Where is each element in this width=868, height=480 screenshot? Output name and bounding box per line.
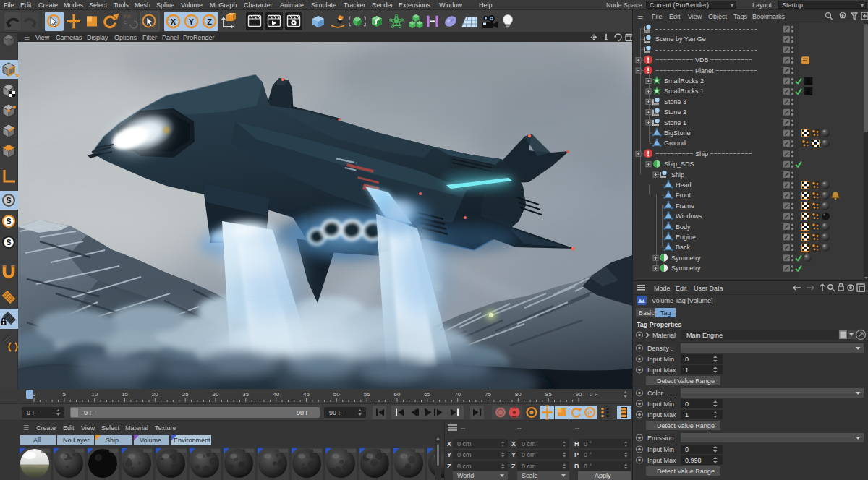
svg-text:H: H [574, 440, 579, 447]
svg-text:SmallRocks 1: SmallRocks 1 [664, 87, 704, 95]
svg-text:0 cm: 0 cm [457, 451, 472, 458]
svg-text:Body: Body [676, 223, 691, 231]
svg-text:70: 70 [454, 391, 461, 398]
svg-text:Ship: Ship [671, 171, 684, 179]
svg-text:Mode: Mode [654, 285, 671, 292]
svg-text:0 F: 0 F [84, 409, 94, 416]
svg-text:User Data: User Data [694, 285, 723, 292]
svg-text:Symmetry: Symmetry [671, 265, 701, 272]
svg-text:5: 5 [63, 391, 67, 398]
svg-text:Edit: Edit [676, 285, 687, 292]
svg-text:--: -- [575, 424, 579, 432]
svg-text:Apply: Apply [595, 472, 611, 479]
svg-text:0.998: 0.998 [685, 457, 702, 464]
svg-text:0: 0 [685, 400, 689, 408]
svg-text:Head: Head [676, 181, 692, 189]
svg-text:========== VDB ===========: ========== VDB =========== [655, 56, 752, 64]
svg-text:Stone 3: Stone 3 [664, 98, 686, 106]
svg-text:1: 1 [685, 367, 689, 374]
svg-text:0 °: 0 ° [584, 463, 592, 470]
svg-text:Stone 1: Stone 1 [664, 119, 686, 127]
svg-text:X: X [511, 440, 516, 447]
svg-text:Input Min: Input Min [647, 446, 674, 453]
svg-text:Detect Value Range: Detect Value Range [657, 422, 715, 429]
svg-text:0 °: 0 ° [584, 451, 592, 458]
svg-text:Input Min: Input Min [647, 400, 674, 408]
svg-text:60: 60 [394, 391, 401, 398]
svg-text:========== Planet ===========: ========== Planet =========== [655, 67, 757, 74]
svg-text:Scene by Yan Ge: Scene by Yan Ge [655, 35, 706, 43]
svg-text:Volume Tag [Volume]: Volume Tag [Volume] [652, 297, 712, 304]
svg-text:P: P [588, 409, 592, 416]
svg-text:========== Ship ===========: ========== Ship =========== [655, 150, 752, 158]
svg-text:Z: Z [447, 463, 451, 470]
svg-text:0 F: 0 F [27, 409, 37, 416]
svg-text:Z: Z [207, 17, 212, 26]
svg-text:No Layer: No Layer [63, 437, 90, 444]
svg-text:Scale: Scale [522, 472, 538, 479]
svg-text:Material: Material [652, 332, 676, 339]
svg-text:0: 0 [685, 446, 689, 453]
svg-text:- - - - - - - - - - - - - - -: - - - - - - - - - - - - - - - - - - - - … [655, 25, 757, 33]
svg-text:Symmetry: Symmetry [671, 254, 701, 262]
svg-text:Back: Back [676, 244, 691, 251]
svg-text:Ground: Ground [664, 140, 686, 147]
svg-text:0 cm: 0 cm [457, 440, 472, 447]
svg-text:--: -- [517, 424, 522, 432]
svg-text:25: 25 [182, 391, 189, 398]
svg-text:40: 40 [273, 391, 279, 398]
svg-text:50: 50 [333, 391, 340, 398]
svg-text:90 F: 90 F [297, 409, 310, 416]
svg-text:0 cm: 0 cm [522, 463, 536, 470]
svg-text:20: 20 [152, 391, 158, 398]
svg-text:SmallRocks 2: SmallRocks 2 [664, 77, 704, 85]
svg-text:X: X [447, 440, 451, 447]
svg-text:35: 35 [242, 391, 249, 398]
svg-text:Ship: Ship [106, 437, 119, 444]
svg-text:85: 85 [545, 391, 552, 398]
svg-text:1: 1 [685, 411, 689, 419]
svg-text:S: S [7, 197, 12, 205]
svg-text:S: S [7, 239, 12, 247]
svg-text:0 cm: 0 cm [522, 451, 536, 458]
svg-text:B: B [574, 463, 579, 470]
svg-text:Detect Value Range: Detect Value Range [657, 468, 715, 475]
svg-text:Density .: Density . [647, 345, 673, 352]
svg-text:10: 10 [91, 391, 98, 398]
svg-text:Front: Front [676, 192, 692, 199]
svg-text:45: 45 [303, 391, 310, 398]
svg-text:Main Engine: Main Engine [686, 332, 723, 339]
svg-text:90 F: 90 F [329, 409, 343, 416]
svg-text:Input Max: Input Max [647, 457, 676, 464]
svg-text:0 F: 0 F [590, 391, 598, 398]
svg-text:55: 55 [364, 391, 370, 398]
svg-text:Detect Value Range: Detect Value Range [657, 377, 715, 385]
svg-text:80: 80 [515, 391, 522, 398]
svg-text:C: C [124, 20, 127, 25]
svg-text:0 cm: 0 cm [522, 440, 536, 447]
svg-text:Engine: Engine [676, 233, 696, 241]
svg-text:Y: Y [189, 17, 195, 26]
svg-text:30: 30 [213, 391, 219, 398]
svg-text:Windows: Windows [676, 213, 702, 220]
svg-text:0: 0 [685, 356, 689, 363]
svg-text:--: -- [461, 424, 465, 432]
svg-text:0 cm: 0 cm [457, 463, 472, 470]
svg-text:Input Min: Input Min [647, 356, 674, 363]
svg-text:X: X [171, 17, 176, 26]
svg-text:P: P [574, 451, 579, 458]
svg-text:Basic: Basic [639, 309, 655, 317]
svg-text:Color . . .: Color . . . [647, 390, 674, 397]
svg-text:Tag Properties: Tag Properties [637, 321, 681, 328]
svg-text:Volume: Volume [140, 437, 161, 444]
svg-text:- - - - - - - - - - - - - - -: - - - - - - - - - - - - - - - - - - - - … [655, 46, 757, 53]
svg-text:Input Max: Input Max [647, 367, 676, 374]
svg-text:Y: Y [447, 451, 451, 458]
svg-text:Z: Z [511, 463, 516, 470]
svg-text:All: All [33, 437, 41, 444]
svg-text:F R: F R [124, 14, 131, 19]
svg-text:Frame: Frame [676, 202, 694, 210]
svg-text:Y: Y [511, 451, 516, 458]
svg-text:90: 90 [576, 391, 582, 398]
svg-text:75: 75 [485, 391, 491, 398]
